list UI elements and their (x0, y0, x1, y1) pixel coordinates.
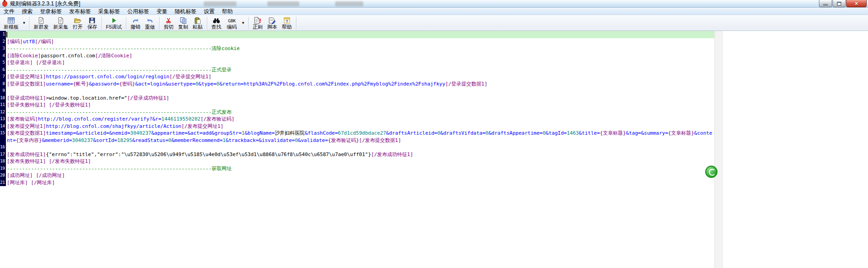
line-text[interactable]: [登录退出] [/登录退出] (6, 59, 715, 66)
toolbar-button-doc-exclaim[interactable]: !正则 (251, 16, 265, 30)
editor-line-10: 10[登录成功特征1]>window.top.location.href="[/… (0, 95, 715, 102)
line-text[interactable] (6, 144, 715, 151)
toolbar-button-doc-new[interactable]: 新群发 (31, 16, 51, 30)
line-number: 1 (0, 31, 6, 38)
code-segment: timestamp=&articleid=&nemid= (46, 130, 130, 136)
editor-line-16: 16 (0, 144, 715, 151)
code-segment: [发布提交网址1] (7, 123, 46, 129)
line-text[interactable]: [发布验证码]http://blog.cnfol.com/register/va… (6, 116, 715, 123)
code-segment: {文章标题} (600, 130, 626, 136)
toolbar-button-gbk-text[interactable]: GBK编码▼ (224, 16, 246, 30)
code-segment: >window.top.location.href=" (46, 95, 127, 101)
menu-item-7[interactable]: 变量 (153, 8, 171, 15)
code-segment: &flashCode= (305, 130, 338, 136)
toolbar-button-doc-new[interactable]: 新采集 (51, 16, 70, 30)
toolbar-separator (126, 17, 126, 30)
line-text[interactable]: [发布提交网址1]http://blog.cnfol.com/shajfkyy/… (6, 123, 715, 130)
code-segment: username= (46, 81, 73, 87)
doc-new-icon (38, 16, 45, 24)
toolbar-button-floppy[interactable]: 保存 (85, 16, 100, 30)
code-segment: &password= (89, 81, 119, 87)
chevron-down-icon[interactable]: ▼ (240, 21, 246, 25)
editor-line-11: 11[登录失败特征1] [/登录失败特征1] (0, 101, 715, 109)
line-text[interactable]: ----------------------------------------… (6, 45, 715, 52)
window-controls: × (818, 0, 867, 7)
line-number: 6 (0, 66, 6, 74)
line-text[interactable]: [网址库] [/网址库] (6, 179, 715, 187)
minimize-button[interactable] (819, 0, 832, 7)
code-segment: 1446119550202 (161, 116, 201, 122)
toolbar-button-doc-script[interactable]: 脚本 (265, 16, 280, 30)
toolbar-button-redo[interactable]: 重做 (143, 16, 157, 30)
toolbar-button-scissors[interactable]: 剪切 (161, 16, 176, 30)
code-segment: ----------------------------------------… (7, 46, 240, 51)
editor-line-20: 20[成功网址] [/成功网址] (0, 172, 715, 179)
line-text[interactable]: ----------------------------------------… (6, 109, 715, 116)
editor-line-8: 8[登录提交数据1]username={帐号}&password={密码}&ac… (0, 81, 715, 88)
toolbar-button-play[interactable]: F5调试 (104, 16, 124, 30)
toolbar-button-template-grid[interactable]: 新模板▼ (1, 16, 27, 30)
code-segment: [/发布验证码] (201, 116, 235, 122)
menu-item-5[interactable]: 采集标签 (95, 8, 124, 15)
toolbar-button-undo[interactable]: 撤销 (128, 16, 143, 30)
code-segment: [登录成功特征1] (7, 95, 46, 101)
code-editor: 12[编码]utf8[/编码]3------------------------… (0, 31, 715, 186)
scrollbar[interactable] (714, 31, 722, 268)
menu-item-9[interactable]: 设置 (200, 8, 218, 15)
line-number: 8 (0, 81, 6, 88)
toolbar: 新模板▼新群发新采集打开保存F5调试撤销重做剪切复制粘贴查找GBK编码▼!正则脚… (0, 15, 868, 31)
close-button[interactable]: × (846, 0, 867, 7)
maximize-button[interactable] (833, 0, 846, 7)
line-text[interactable]: [登录失败特征1] [/登录失败特征1] (6, 101, 715, 109)
code-segment: &tag=&summary= (626, 130, 668, 136)
floating-badge[interactable] (705, 166, 717, 178)
code-segment: 18295 (117, 137, 132, 143)
toolbar-button-label: 帮助 (282, 24, 292, 30)
menu-item-6[interactable]: 公用标签 (124, 8, 153, 15)
line-text[interactable]: [发布成功特征1]{"errno":"title","error":"\u572… (6, 151, 715, 158)
menu-item-2[interactable]: 搜索 (18, 8, 36, 15)
code-segment: &tagId= (546, 130, 567, 136)
code-segment: {文章标题} (668, 130, 694, 136)
menu-item-10[interactable]: 帮助 (218, 8, 236, 15)
code-segment: &act=login&usertype= (135, 81, 195, 87)
toolbar-button-paste[interactable]: 粘贴 (191, 16, 205, 30)
line-text[interactable]: [登录提交数据1]username={帐号}&password={密码}&act… (6, 81, 715, 88)
code-segment: {"errno":"title","error":"\u572830\u5206… (46, 152, 371, 157)
menu-item-8[interactable]: 随机标签 (171, 8, 200, 15)
line-text[interactable]: [登录成功特征1]>window.top.location.href="[/登录… (6, 95, 715, 102)
code-segment: passport.cnfol.com (41, 53, 95, 59)
line-text[interactable]: ----------------------------------------… (6, 165, 715, 172)
editor-line-18: 18[发布失败特征1] [/发布失败特征1] (0, 158, 715, 165)
code-segment: {发布验证码} (328, 137, 359, 143)
toolbar-button-folder-open[interactable]: 打开 (70, 16, 85, 30)
line-text[interactable]: [登录提交网址1]https://passport.cnfol.com/logi… (6, 73, 715, 81)
code-segment: [登录退出] (7, 60, 33, 66)
line-number: 21 (0, 179, 6, 187)
toolbar-button-copy[interactable]: 复制 (176, 16, 191, 30)
menu-item-3[interactable]: 登录标签 (36, 8, 65, 15)
menu-item-4[interactable]: 发布标签 (65, 8, 95, 15)
code-segment: [/发布成功特征1] (371, 152, 413, 157)
line-number: 13 (0, 116, 6, 123)
line-text[interactable]: [清除Cookie]passport.cnfol.com[/清除Cookie] (6, 52, 715, 60)
toolbar-button-label: 保存 (87, 24, 97, 30)
line-number: 17 (0, 151, 6, 158)
line-text[interactable]: [成功网址] [/成功网址] (6, 172, 715, 179)
doc-script-icon (268, 16, 276, 24)
menu-item-1[interactable]: 文件 (0, 8, 18, 15)
toolbar-button-binoculars[interactable]: 查找 (209, 16, 224, 30)
code-segment: [/发布提交网址1] (181, 123, 224, 129)
toolbar-button-help[interactable]: ?帮助 (280, 16, 294, 30)
code-segment: [成功网址] (7, 172, 33, 178)
chevron-down-icon[interactable]: ▼ (21, 21, 27, 25)
line-text[interactable] (6, 87, 715, 95)
line-text[interactable]: [发布失败特征1] [/发布失败特征1] (6, 158, 715, 165)
line-text[interactable]: [发布提交数据1]timestamp=&articleid=&nemid=304… (6, 130, 715, 144)
line-text[interactable] (6, 31, 715, 38)
code-segment: [/登录提交数据1] (445, 81, 487, 87)
code-segment: http://blog.cnfol.com/shajfkyy/article/A… (46, 123, 181, 129)
code-segment: 3040237 (72, 137, 93, 143)
line-text[interactable]: ----------------------------------------… (6, 66, 715, 74)
line-text[interactable]: [编码]utf8[/编码] (6, 38, 715, 46)
